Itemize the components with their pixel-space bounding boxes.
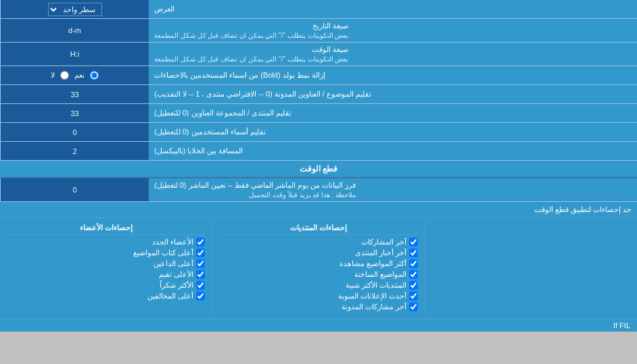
checkbox-item-most-thanked: الأكثر شكراً bbox=[7, 281, 205, 290]
label-top-rated[interactable]: الأعلى تقيم bbox=[159, 270, 193, 279]
bold-no-radio[interactable] bbox=[60, 71, 69, 80]
time-cutoff-filter-input-container bbox=[0, 178, 149, 201]
label-forum-news[interactable]: آخر أخبار المنتدى bbox=[355, 249, 406, 257]
time-format-input-container bbox=[0, 43, 149, 66]
main-container: العرض سطر واحد سطران ثلاثة أسطر صيغة الت… bbox=[0, 0, 637, 332]
time-cutoff-filter-input[interactable] bbox=[5, 186, 145, 194]
bold-remove-title: إزالة نمط بولد (Bold) من اسماء المستخدمي… bbox=[154, 71, 325, 80]
date-format-title: صيغة التاريخ bbox=[154, 22, 348, 30]
checkbox-item-new-members: الأعضاء الجدد bbox=[7, 238, 205, 246]
username-limit-title: تقليم أسماء المستخدمين (0 للتعطيل) bbox=[154, 128, 266, 136]
label-most-thanked[interactable]: الأكثر شكراً bbox=[160, 281, 193, 290]
forum-stats-column: إحصاءات المنتديات آخر المشاركات آخر أخبا… bbox=[212, 221, 424, 316]
checkbox-item-classified-ads: أحدث الإعلانات المبوبة bbox=[219, 292, 417, 301]
forum-title-limit-row: تقليم المنتدى / المجموعة العناوين (0 للت… bbox=[0, 104, 637, 123]
bold-radio-group: نعم لا bbox=[51, 71, 99, 80]
label-similar-forums[interactable]: المنتديات الأكثر شبية bbox=[346, 281, 406, 290]
cutoff-apply-label: حد إحصاءات لتطبيق قطع الوقت bbox=[5, 205, 632, 214]
checkbox-item-forum-news: آخر أخبار المنتدى bbox=[219, 249, 417, 257]
time-format-label: صيغة الوقت بعض التكوينات يتطلب "/" التي … bbox=[149, 43, 637, 66]
bold-remove-radio-container: نعم لا bbox=[0, 66, 149, 84]
mode-select[interactable]: سطر واحد سطران ثلاثة أسطر bbox=[48, 3, 102, 16]
username-limit-row: تقليم أسماء المستخدمين (0 للتعطيل) bbox=[0, 123, 637, 142]
forum-title-limit-input-container bbox=[0, 104, 149, 122]
checkbox-most-viewed[interactable] bbox=[409, 259, 418, 268]
bold-yes-radio[interactable] bbox=[90, 71, 99, 80]
member-stats-header: إحصاءات الأعضاء bbox=[7, 224, 205, 235]
checkbox-item-similar-forums: المنتديات الأكثر شبية bbox=[219, 281, 417, 290]
cell-spacing-row: المسافة بين الخلايا (بالبيكسل) bbox=[0, 142, 637, 161]
cutoff-apply-row: حد إحصاءات لتطبيق قطع الوقت bbox=[0, 202, 637, 218]
checkbox-top-posters[interactable] bbox=[196, 249, 205, 257]
bold-no-label[interactable]: لا bbox=[51, 71, 55, 80]
bold-remove-row: إزالة نمط بولد (Bold) من اسماء المستخدمي… bbox=[0, 66, 637, 85]
checkbox-item-most-viewed: أكثر المواضيع مشاهدة bbox=[219, 259, 417, 268]
checkbox-item-top-inviters: أعلى الداعين bbox=[7, 259, 205, 268]
checkbox-item-blog-posts: آخر مشاركات المدونة bbox=[219, 303, 417, 311]
cell-spacing-input[interactable] bbox=[5, 147, 145, 155]
label-most-viewed[interactable]: أكثر المواضيع مشاهدة bbox=[339, 259, 406, 268]
topic-title-limit-input[interactable] bbox=[5, 90, 145, 99]
time-format-input[interactable] bbox=[5, 50, 145, 58]
label-blog-posts[interactable]: آخر مشاركات المدونة bbox=[341, 303, 406, 311]
time-format-row: صيغة الوقت بعض التكوينات يتطلب "/" التي … bbox=[0, 43, 637, 66]
checkbox-blog-posts[interactable] bbox=[409, 303, 418, 311]
cell-spacing-title: المسافة بين الخلايا (بالبيكسل) bbox=[154, 147, 243, 155]
date-format-row: صيغة التاريخ بعض التكوينات يتطلب "/" الت… bbox=[0, 19, 637, 43]
checkboxes-area: إحصاءات المنتديات آخر المشاركات آخر أخبا… bbox=[0, 218, 637, 319]
forum-stats-header: إحصاءات المنتديات bbox=[219, 224, 417, 235]
topic-title-limit-label: تقليم الموضوع / العناوين المدونة (0 -- ا… bbox=[149, 85, 637, 103]
checkbox-item-top-posters: أعلى كتاب المواضيع bbox=[7, 249, 205, 257]
title-row: العرض سطر واحد سطران ثلاثة أسطر bbox=[0, 0, 637, 19]
time-cutoff-header-row: قطع الوقت bbox=[0, 161, 637, 178]
checkbox-most-thanked[interactable] bbox=[196, 281, 205, 290]
date-format-sublabel: بعض التكوينات يتطلب "/" التي يمكن ان تضا… bbox=[154, 32, 348, 39]
checkbox-item-last-posts: آخر المشاركات bbox=[219, 238, 417, 246]
checkbox-item-hot-topics: المواضيع الساخنة bbox=[219, 270, 417, 279]
page-title: العرض bbox=[154, 5, 174, 14]
checkbox-hot-topics[interactable] bbox=[409, 270, 418, 279]
time-cutoff-header-text: قطع الوقت bbox=[300, 164, 337, 174]
cell-spacing-label: المسافة بين الخلايا (بالبيكسل) bbox=[149, 142, 637, 160]
username-limit-input[interactable] bbox=[5, 128, 145, 136]
username-limit-input-container bbox=[0, 123, 149, 141]
label-top-violators[interactable]: أعلى المخالفين bbox=[147, 292, 193, 301]
checkbox-item-top-violators: أعلى المخالفين bbox=[7, 292, 205, 301]
username-limit-label: تقليم أسماء المستخدمين (0 للتعطيل) bbox=[149, 123, 637, 141]
time-cutoff-filter-row: فرز البيانات من يوم الماشر الماضي فقط --… bbox=[0, 178, 637, 202]
time-cutoff-filter-title: فرز البيانات من يوم الماشر الماضي فقط --… bbox=[154, 181, 356, 190]
checkbox-top-violators[interactable] bbox=[196, 292, 205, 301]
time-format-sublabel: بعض التكوينات يتطلب "/" التي يمكن ان تضا… bbox=[154, 55, 348, 63]
checkbox-top-inviters[interactable] bbox=[196, 259, 205, 268]
checkbox-new-members[interactable] bbox=[196, 238, 205, 246]
bold-remove-label: إزالة نمط بولد (Bold) من اسماء المستخدمي… bbox=[149, 66, 637, 84]
topic-title-limit-input-container bbox=[0, 85, 149, 103]
forum-title-limit-label: تقليم المنتدى / المجموعة العناوين (0 للت… bbox=[149, 104, 637, 122]
title-label: العرض bbox=[149, 0, 637, 18]
label-top-inviters[interactable]: أعلى الداعين bbox=[154, 259, 193, 268]
member-stats-column: إحصاءات الأعضاء الأعضاء الجدد أعلى كتاب … bbox=[0, 221, 212, 316]
time-format-title: صيغة الوقت bbox=[154, 45, 348, 54]
checkbox-classified-ads[interactable] bbox=[409, 292, 418, 301]
if-fil-row: If FIL bbox=[0, 319, 637, 332]
time-cutoff-filter-label: فرز البيانات من يوم الماشر الماضي فقط --… bbox=[149, 178, 637, 201]
if-fil-text: If FIL bbox=[613, 321, 630, 330]
label-classified-ads[interactable]: أحدث الإعلانات المبوبة bbox=[338, 292, 406, 301]
checkbox-item-top-rated: الأعلى تقيم bbox=[7, 270, 205, 279]
label-hot-topics[interactable]: المواضيع الساخنة bbox=[354, 270, 406, 279]
bold-yes-label[interactable]: نعم bbox=[74, 71, 85, 80]
checkbox-similar-forums[interactable] bbox=[409, 281, 418, 290]
checkbox-top-rated[interactable] bbox=[196, 270, 205, 279]
checkbox-last-posts[interactable] bbox=[409, 238, 418, 246]
topic-title-limit-title: تقليم الموضوع / العناوين المدونة (0 -- ا… bbox=[154, 90, 371, 99]
forum-title-limit-title: تقليم المنتدى / المجموعة العناوين (0 للت… bbox=[154, 109, 291, 118]
time-cutoff-section-header: قطع الوقت bbox=[0, 161, 637, 177]
checkbox-forum-news[interactable] bbox=[409, 249, 418, 257]
date-format-input[interactable] bbox=[5, 26, 145, 34]
cell-spacing-input-container bbox=[0, 142, 149, 160]
label-top-posters[interactable]: أعلى كتاب المواضيع bbox=[133, 249, 193, 257]
forum-title-limit-input[interactable] bbox=[5, 109, 145, 118]
label-new-members[interactable]: الأعضاء الجدد bbox=[152, 238, 193, 246]
label-last-posts[interactable]: آخر المشاركات bbox=[361, 238, 406, 246]
time-cutoff-filter-sublabel: ملاحظة : هذا قد يزيد قبلاً وقت التحميل bbox=[154, 191, 356, 199]
